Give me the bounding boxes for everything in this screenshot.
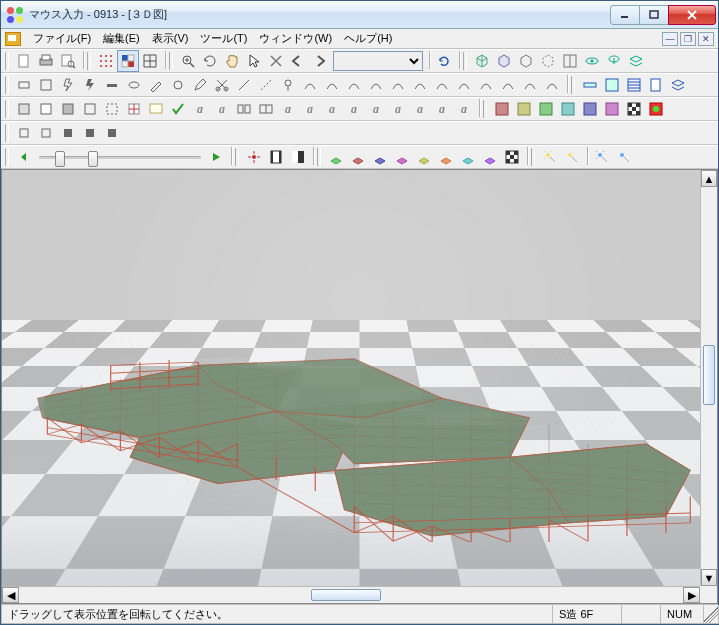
p4-button[interactable] [391, 146, 413, 168]
tool-grab-button[interactable] [167, 74, 189, 96]
flag-button[interactable] [645, 98, 667, 120]
curve-1-button[interactable] [299, 74, 321, 96]
toolbar-grip[interactable] [463, 52, 467, 70]
b5-button[interactable] [101, 122, 123, 144]
sq1-button[interactable] [13, 98, 35, 120]
menu-tool[interactable]: ツール(T) [194, 29, 253, 48]
toolbar-grip[interactable] [5, 52, 9, 70]
shape-bolt2-button[interactable] [79, 74, 101, 96]
toolbar-grip[interactable] [317, 148, 321, 166]
close-button[interactable] [668, 5, 716, 25]
p7-button[interactable] [457, 146, 479, 168]
grp2-button[interactable] [255, 98, 277, 120]
view-layers-button[interactable] [625, 50, 647, 72]
view-eye-button[interactable] [581, 50, 603, 72]
tool-pin-button[interactable] [277, 74, 299, 96]
new-button[interactable] [13, 50, 35, 72]
text-j-button[interactable]: a [431, 98, 453, 120]
resize-grip[interactable] [703, 605, 719, 624]
text-k-button[interactable]: a [453, 98, 475, 120]
fill-3-button[interactable] [535, 98, 557, 120]
b1-button[interactable] [13, 122, 35, 144]
toolbar-grip[interactable] [87, 52, 91, 70]
p5-button[interactable] [413, 146, 435, 168]
mdi-close-button[interactable]: ✕ [698, 32, 714, 46]
toolbar-grip[interactable] [5, 100, 9, 118]
sq3-button[interactable] [57, 98, 79, 120]
p6-button[interactable] [435, 146, 457, 168]
shape-bar-button[interactable] [101, 74, 123, 96]
light-2-button[interactable] [561, 146, 583, 168]
scrollbar-horizontal[interactable]: ◀ ▶ [2, 586, 700, 603]
scroll-v-thumb[interactable] [703, 345, 715, 405]
beam-2-button[interactable] [601, 74, 623, 96]
scroll-h-thumb[interactable] [311, 589, 381, 601]
toolbar-grip[interactable] [5, 124, 9, 142]
doc-button[interactable] [645, 74, 667, 96]
print-button[interactable] [35, 50, 57, 72]
slider-thumb-start[interactable] [55, 151, 65, 167]
tool-dline-button[interactable] [255, 74, 277, 96]
timeline-slider[interactable] [35, 156, 205, 159]
menu-window[interactable]: ウィンドウ(W) [253, 29, 338, 48]
slider-thumb-end[interactable] [88, 151, 98, 167]
p8-button[interactable] [479, 146, 501, 168]
view-select-dropdown[interactable] [333, 51, 423, 71]
sq4-button[interactable] [79, 98, 101, 120]
toolbar-grip[interactable] [169, 52, 173, 70]
fwd-arrow-button[interactable] [309, 50, 331, 72]
rotate-button[interactable] [199, 50, 221, 72]
text-i-button[interactable]: a [409, 98, 431, 120]
grid-dots-button[interactable] [95, 50, 117, 72]
sq-grid-button[interactable] [123, 98, 145, 120]
fill-4-button[interactable] [557, 98, 579, 120]
light-3-button[interactable] [591, 146, 613, 168]
grid-wire-button[interactable] [139, 50, 161, 72]
fill-5-button[interactable] [579, 98, 601, 120]
curve-8-button[interactable] [453, 74, 475, 96]
p2-button[interactable] [347, 146, 369, 168]
text-f-button[interactable]: a [343, 98, 365, 120]
light-1-button[interactable] [539, 146, 561, 168]
minimize-button[interactable] [610, 5, 640, 25]
p-checker-button[interactable] [501, 146, 523, 168]
preview-button[interactable] [57, 50, 79, 72]
back-arrow-button[interactable] [287, 50, 309, 72]
scroll-down-button[interactable]: ▼ [701, 569, 717, 586]
view-iso4-button[interactable] [537, 50, 559, 72]
zoom-button[interactable] [177, 50, 199, 72]
menu-view[interactable]: 表示(V) [146, 29, 195, 48]
text-b-button[interactable]: a [211, 98, 233, 120]
tool-pen-button[interactable] [189, 74, 211, 96]
curve-2-button[interactable] [321, 74, 343, 96]
prev-button[interactable] [13, 146, 35, 168]
play-button[interactable] [205, 146, 227, 168]
curve-5-button[interactable] [387, 74, 409, 96]
toolbar-grip[interactable] [235, 148, 239, 166]
note-button[interactable] [145, 98, 167, 120]
b2-button[interactable] [35, 122, 57, 144]
b3-button[interactable] [57, 122, 79, 144]
curve-3-button[interactable] [343, 74, 365, 96]
pan-button[interactable] [221, 50, 243, 72]
mdi-doc-icon[interactable] [5, 32, 21, 46]
select-arrow-button[interactable] [243, 50, 265, 72]
curve-9-button[interactable] [475, 74, 497, 96]
sq5-button[interactable] [101, 98, 123, 120]
film-button[interactable] [265, 146, 287, 168]
shape-rect1-button[interactable] [13, 74, 35, 96]
curve-12-button[interactable] [541, 74, 563, 96]
view-iso2-button[interactable] [493, 50, 515, 72]
text-d-button[interactable]: a [299, 98, 321, 120]
view-split-button[interactable] [559, 50, 581, 72]
menu-help[interactable]: ヘルプ(H) [338, 29, 398, 48]
fill-6-button[interactable] [601, 98, 623, 120]
toolbar-grip[interactable] [483, 100, 487, 118]
mdi-restore-button[interactable]: ❐ [680, 32, 696, 46]
b4-button[interactable] [79, 122, 101, 144]
text-h-button[interactable]: a [387, 98, 409, 120]
menu-file[interactable]: ファイル(F) [27, 29, 97, 48]
fill-2-button[interactable] [513, 98, 535, 120]
scroll-right-button[interactable]: ▶ [683, 587, 700, 603]
grid-block-button[interactable] [117, 50, 139, 72]
